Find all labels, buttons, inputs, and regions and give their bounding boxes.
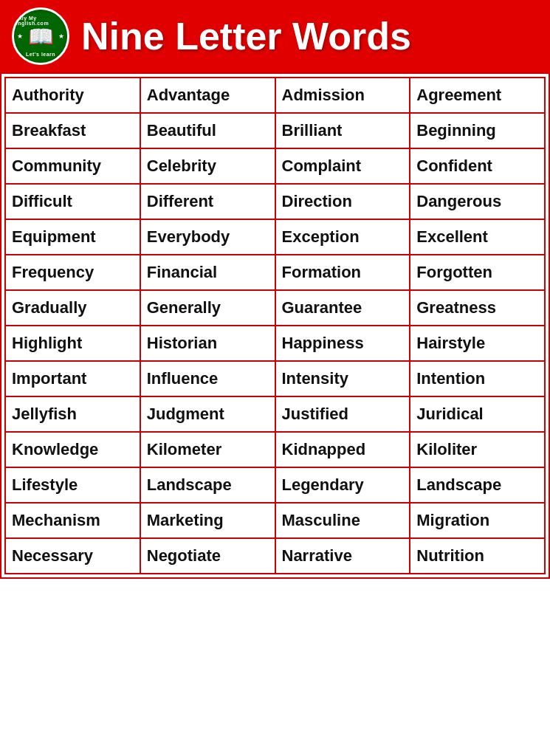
- table-row: BreakfastBeautifulBrilliantBeginning: [5, 113, 545, 148]
- table-cell: Agreement: [410, 78, 545, 113]
- table-cell: Community: [5, 148, 140, 184]
- table-cell: Beautiful: [140, 113, 275, 148]
- table-row: MechanismMarketingMasculineMigration: [5, 503, 545, 538]
- table-cell: Kiloliter: [410, 432, 545, 467]
- table-cell: Beginning: [410, 113, 545, 148]
- table-cell: Complaint: [275, 148, 410, 184]
- table-cell: Nutrition: [410, 538, 545, 574]
- words-table: AuthorityAdvantageAdmissionAgreementBrea…: [4, 77, 546, 574]
- table-row: GraduallyGenerallyGuaranteeGreatness: [5, 290, 545, 326]
- table-row: EquipmentEverybodyExceptionExcellent: [5, 219, 545, 255]
- table-cell: Kidnapped: [275, 432, 410, 467]
- table-cell: Frequency: [5, 255, 140, 290]
- table-cell: Narrative: [275, 538, 410, 574]
- table-cell: Breakfast: [5, 113, 140, 148]
- table-cell: Influence: [140, 361, 275, 396]
- table-container: AuthorityAdvantageAdmissionAgreementBrea…: [0, 72, 550, 579]
- table-cell: Gradually: [5, 290, 140, 326]
- table-cell: Equipment: [5, 219, 140, 255]
- table-cell: Forgotten: [410, 255, 545, 290]
- table-row: KnowledgeKilometerKidnappedKiloliter: [5, 432, 545, 467]
- table-cell: Highlight: [5, 326, 140, 361]
- logo-bottom-text: Let's learn: [26, 52, 55, 57]
- table-row: AuthorityAdvantageAdmissionAgreement: [5, 78, 545, 113]
- table-cell: Masculine: [275, 503, 410, 538]
- table-cell: Jellyfish: [5, 396, 140, 432]
- table-row: DifficultDifferentDirectionDangerous: [5, 184, 545, 219]
- table-cell: Happiness: [275, 326, 410, 361]
- table-row: JellyfishJudgmentJustifiedJuridical: [5, 396, 545, 432]
- table-cell: Marketing: [140, 503, 275, 538]
- table-cell: Historian: [140, 326, 275, 361]
- table-cell: Direction: [275, 184, 410, 219]
- table-row: FrequencyFinancialFormationForgotten: [5, 255, 545, 290]
- table-cell: Advantage: [140, 78, 275, 113]
- table-cell: Admission: [275, 78, 410, 113]
- table-cell: Necessary: [5, 538, 140, 574]
- table-cell: Migration: [410, 503, 545, 538]
- table-cell: Legendary: [275, 467, 410, 503]
- table-cell: Important: [5, 361, 140, 396]
- table-cell: Financial: [140, 255, 275, 290]
- table-cell: Negotiate: [140, 538, 275, 574]
- table-cell: Excellent: [410, 219, 545, 255]
- table-cell: Generally: [140, 290, 275, 326]
- table-cell: Intensity: [275, 361, 410, 396]
- table-cell: Lifestyle: [5, 467, 140, 503]
- table-cell: Justified: [275, 396, 410, 432]
- table-cell: Judgment: [140, 396, 275, 432]
- table-cell: Different: [140, 184, 275, 219]
- page-title: Nine Letter Words: [81, 17, 411, 55]
- table-cell: Greatness: [410, 290, 545, 326]
- table-cell: Landscape: [140, 467, 275, 503]
- table-row: ImportantInfluenceIntensityIntention: [5, 361, 545, 396]
- table-cell: Celebrity: [140, 148, 275, 184]
- table-cell: Brilliant: [275, 113, 410, 148]
- table-cell: Mechanism: [5, 503, 140, 538]
- table-cell: Hairstyle: [410, 326, 545, 361]
- table-row: NecessaryNegotiateNarrativeNutrition: [5, 538, 545, 574]
- table-cell: Authority: [5, 78, 140, 113]
- logo: Only My English.com 📖 ★★ Let's learn: [12, 7, 69, 65]
- table-cell: Everybody: [140, 219, 275, 255]
- table-cell: Exception: [275, 219, 410, 255]
- table-cell: Guarantee: [275, 290, 410, 326]
- table-row: CommunityCelebrityComplaintConfident: [5, 148, 545, 184]
- table-cell: Intention: [410, 361, 545, 396]
- table-row: LifestyleLandscapeLegendaryLandscape: [5, 467, 545, 503]
- header: Only My English.com 📖 ★★ Let's learn Nin…: [0, 0, 550, 72]
- table-cell: Confident: [410, 148, 545, 184]
- logo-stars: ★★: [14, 32, 67, 40]
- table-cell: Kilometer: [140, 432, 275, 467]
- table-cell: Knowledge: [5, 432, 140, 467]
- table-cell: Landscape: [410, 467, 545, 503]
- table-cell: Formation: [275, 255, 410, 290]
- table-cell: Dangerous: [410, 184, 545, 219]
- table-row: HighlightHistorianHappinessHairstyle: [5, 326, 545, 361]
- table-cell: Juridical: [410, 396, 545, 432]
- table-cell: Difficult: [5, 184, 140, 219]
